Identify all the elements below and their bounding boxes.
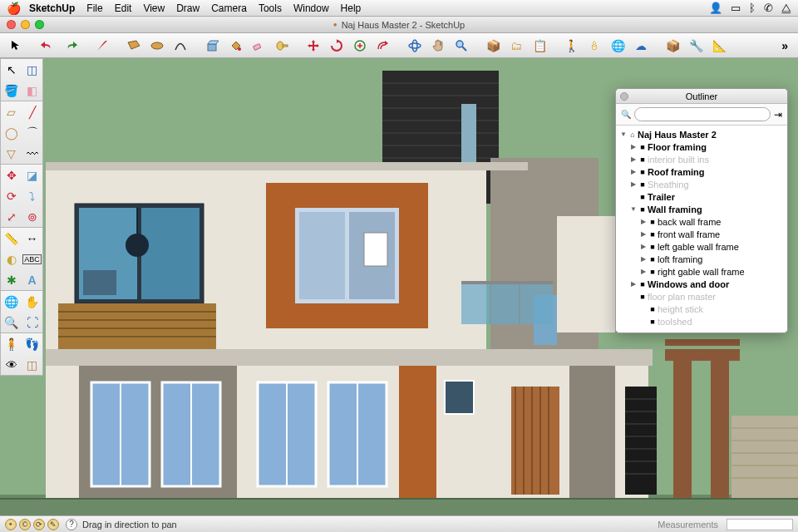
- outliner-search-input[interactable]: [634, 107, 771, 121]
- orbit-palette-tool[interactable]: 🌐: [1, 291, 22, 312]
- protractor-palette-tool[interactable]: ◐: [1, 249, 22, 269]
- menu-draw[interactable]: Draw: [176, 2, 200, 14]
- tree-row[interactable]: ▶■interior built ins: [619, 153, 784, 165]
- phone-icon[interactable]: ✆: [764, 2, 773, 14]
- tree-row[interactable]: ▶■left gable wall frame: [619, 240, 784, 253]
- walk-tool[interactable]: 👣: [22, 333, 42, 354]
- app-menu[interactable]: SketchUp: [29, 2, 75, 14]
- undo-button[interactable]: [37, 37, 58, 55]
- add-person-tool[interactable]: 🚶: [560, 37, 582, 55]
- bluetooth-icon[interactable]: ᛒ: [749, 2, 756, 14]
- outliner-titlebar[interactable]: Outliner: [616, 89, 787, 104]
- outliner-panel[interactable]: Outliner 🔍 ⇥ ▼⌂Naj Haus Master 2▶■Floor …: [615, 88, 788, 333]
- tree-row[interactable]: ▶■Sheathing: [619, 178, 784, 190]
- menu-edit[interactable]: Edit: [115, 2, 132, 14]
- menu-camera[interactable]: Camera: [211, 2, 247, 14]
- menu-window[interactable]: Window: [293, 2, 329, 14]
- outliner-close-button[interactable]: [620, 92, 628, 101]
- status-person-button[interactable]: ✎: [47, 519, 59, 530]
- warehouse-tool[interactable]: 📦: [482, 37, 504, 55]
- tree-arrow[interactable]: ▶: [639, 218, 648, 225]
- eraser-palette-tool[interactable]: ◧: [22, 80, 42, 101]
- scale-palette-tool[interactable]: ⤢: [1, 206, 22, 227]
- paint-bucket-tool[interactable]: [224, 37, 246, 55]
- tree-row[interactable]: ■floor plan master: [619, 290, 784, 303]
- circle-palette-tool[interactable]: ◯: [1, 122, 22, 143]
- global-tool[interactable]: 🌐: [607, 37, 628, 55]
- menu-help[interactable]: Help: [341, 2, 362, 14]
- tree-arrow[interactable]: ▶: [639, 268, 648, 275]
- line-palette-tool[interactable]: ╱: [22, 101, 42, 122]
- rectangle-palette-tool[interactable]: ▱: [1, 101, 22, 122]
- status-geo-button[interactable]: ⚬: [5, 519, 17, 530]
- wifi-icon[interactable]: ⧋: [781, 2, 791, 15]
- pan-palette-tool[interactable]: ✋: [22, 291, 42, 312]
- paint-palette-tool[interactable]: 🪣: [1, 80, 22, 101]
- arc-tool[interactable]: [170, 37, 191, 55]
- status-credits-button[interactable]: ©: [19, 519, 31, 530]
- section-plane-tool[interactable]: ◫: [22, 354, 42, 375]
- pushpull-palette-tool[interactable]: ◪: [22, 165, 42, 185]
- tree-row[interactable]: ▶■right gable wall frame: [619, 265, 784, 278]
- rotate-tool[interactable]: [326, 37, 347, 55]
- tree-arrow[interactable]: ▼: [619, 131, 628, 138]
- tree-row[interactable]: ▶■back wall frame: [619, 215, 784, 228]
- tape-measure-tool[interactable]: [271, 37, 293, 55]
- pan-tool[interactable]: [427, 37, 449, 55]
- circle-tool[interactable]: [146, 37, 168, 55]
- tree-arrow[interactable]: ▶: [629, 143, 638, 150]
- 3dtext-palette-tool[interactable]: A: [22, 269, 42, 290]
- menu-file[interactable]: File: [86, 2, 102, 14]
- zoom-tool[interactable]: [451, 37, 472, 55]
- extension-tool-3[interactable]: 📐: [708, 37, 730, 55]
- sun-tool[interactable]: 🕯: [584, 37, 605, 55]
- orbit-tool[interactable]: [404, 37, 426, 55]
- user-switch-icon[interactable]: 👤: [709, 2, 722, 14]
- arc-palette-tool[interactable]: ⌒: [22, 122, 42, 143]
- redo-button[interactable]: [60, 37, 81, 55]
- measurements-input[interactable]: [727, 519, 793, 530]
- line-tool[interactable]: [91, 37, 113, 55]
- tree-row[interactable]: ▼■Wall framing: [619, 203, 784, 215]
- tree-row[interactable]: ▶■front wall frame: [619, 228, 784, 240]
- scale-tool[interactable]: [349, 37, 371, 55]
- followme-palette-tool[interactable]: ⤵: [22, 185, 42, 206]
- tree-arrow[interactable]: ▶: [629, 280, 638, 288]
- component-options-tool[interactable]: 🗂: [505, 37, 527, 55]
- look-around-tool[interactable]: 👁: [1, 354, 22, 375]
- text-palette-tool[interactable]: ABC: [22, 249, 42, 269]
- polygon-palette-tool[interactable]: ▽: [1, 143, 22, 164]
- extension-tool-2[interactable]: 🔧: [685, 37, 707, 55]
- outliner-details-button[interactable]: ⇥: [774, 109, 782, 121]
- tree-arrow[interactable]: ▶: [629, 168, 638, 175]
- toolbar-overflow[interactable]: »: [776, 39, 793, 52]
- tree-row[interactable]: ▶■Roof framing: [619, 165, 784, 178]
- select-palette-tool[interactable]: ↖: [1, 59, 22, 80]
- menu-tools[interactable]: Tools: [259, 2, 282, 14]
- push-pull-tool[interactable]: [201, 37, 223, 55]
- axes-palette-tool[interactable]: ✱: [1, 269, 22, 290]
- rotate-palette-tool[interactable]: ⟳: [1, 185, 22, 206]
- menu-view[interactable]: View: [143, 2, 165, 14]
- help-icon[interactable]: ?: [66, 519, 77, 530]
- tree-row[interactable]: ▼⌂Naj Haus Master 2: [619, 128, 784, 140]
- tree-row[interactable]: ■Trailer: [619, 190, 784, 203]
- close-window-button[interactable]: [7, 20, 16, 29]
- display-icon[interactable]: ▭: [731, 2, 741, 14]
- offset-palette-tool[interactable]: ⊚: [22, 206, 42, 227]
- extension-tool-1[interactable]: 📦: [662, 37, 683, 55]
- tree-row[interactable]: ■height stick: [619, 303, 784, 315]
- tree-arrow[interactable]: ▼: [629, 205, 638, 213]
- tree-row[interactable]: ▶■Floor framing: [619, 140, 784, 153]
- make-component-tool[interactable]: ◫: [22, 59, 42, 80]
- rectangle-tool[interactable]: [123, 37, 145, 55]
- zoom-window-button[interactable]: [35, 20, 44, 29]
- eraser-tool[interactable]: [248, 37, 269, 55]
- tree-arrow[interactable]: ▶: [639, 255, 648, 263]
- tree-arrow[interactable]: ▶: [629, 155, 638, 163]
- tree-arrow[interactable]: ▶: [639, 230, 648, 238]
- freehand-palette-tool[interactable]: 〰: [22, 143, 42, 164]
- dimension-palette-tool[interactable]: ↔: [22, 228, 42, 249]
- zoom-palette-tool[interactable]: 🔍: [1, 312, 22, 332]
- share-tool[interactable]: ☁: [630, 37, 652, 55]
